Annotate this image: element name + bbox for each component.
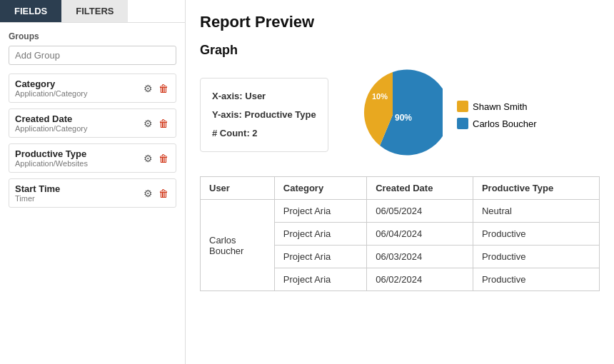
svg-text:10%: 10% (372, 92, 388, 101)
col-user: User (201, 177, 275, 200)
trash-button-productive-type[interactable]: 🗑 (157, 151, 170, 166)
report-title: Report Preview (200, 13, 600, 31)
graph-info-box: X-axis: User Y-axis: Productive Type # C… (200, 78, 328, 152)
y-axis-row: Y-axis: Productive Type (212, 106, 316, 124)
count-value: 2 (252, 128, 257, 138)
graph-label: Graph (200, 43, 600, 58)
field-sub-category: Application/Category (15, 89, 142, 98)
category-cell: Project Aria (274, 246, 366, 268)
field-sub-productive-type: Application/Websites (15, 159, 142, 168)
field-item-start-time: Start Time Timer ⚙ 🗑 (9, 178, 176, 208)
gear-button-productive-type[interactable]: ⚙ (142, 151, 154, 166)
field-name-created-date: Created Date (15, 113, 142, 124)
legend-label-shawn: Shawn Smith (473, 101, 528, 112)
y-axis-label: Y-axis: (212, 109, 242, 120)
tab-fields[interactable]: FIELDS (0, 0, 61, 22)
date-cell: 06/02/2024 (367, 268, 473, 291)
category-cell: Project Aria (274, 223, 366, 246)
x-axis-value: User (245, 91, 266, 101)
add-group-input[interactable] (9, 46, 176, 65)
legend: Shawn Smith Carlos Boucher (457, 101, 537, 129)
category-cell: Project Aria (274, 200, 366, 223)
productive-type-cell: Neutral (473, 200, 599, 223)
date-cell: 06/03/2024 (367, 246, 473, 268)
date-cell: 06/04/2024 (367, 223, 473, 246)
count-label: # Count: (212, 128, 250, 138)
field-item-productive-type: Productive Type Application/Websites ⚙ 🗑 (9, 143, 176, 173)
gear-button-category[interactable]: ⚙ (142, 81, 154, 96)
table-row: Carlos BoucherProject Aria06/05/2024Neut… (201, 200, 600, 223)
trash-button-start-time[interactable]: 🗑 (157, 186, 170, 201)
col-category: Category (274, 177, 366, 200)
table-header-row: User Category Created Date Productive Ty… (201, 177, 600, 200)
left-panel: FIELDS FILTERS Groups Category Applicati… (0, 0, 186, 364)
x-axis-label: X-axis: (212, 91, 243, 101)
gear-button-created-date[interactable]: ⚙ (142, 116, 154, 131)
panel-content: Groups Category Application/Category ⚙ 🗑… (0, 23, 185, 364)
legend-item-shawn: Shawn Smith (457, 101, 537, 112)
field-name-category: Category (15, 79, 142, 89)
y-axis-value: Productive Type (245, 109, 316, 120)
date-cell: 06/05/2024 (367, 200, 473, 223)
field-sub-created-date: Application/Category (15, 124, 142, 133)
productive-type-cell: Productive (473, 223, 599, 246)
category-cell: Project Aria (274, 268, 366, 291)
legend-color-carlos (457, 118, 468, 129)
groups-label: Groups (9, 31, 176, 41)
legend-color-shawn (457, 101, 468, 112)
productive-type-cell: Productive (473, 246, 599, 268)
legend-label-carlos: Carlos Boucher (473, 118, 537, 129)
productive-type-cell: Productive (473, 268, 599, 291)
field-name-productive-type: Productive Type (15, 148, 142, 159)
graph-section: Graph X-axis: User Y-axis: Productive Ty… (200, 43, 600, 165)
svg-text:90%: 90% (395, 113, 412, 123)
user-cell: Carlos Boucher (201, 200, 275, 291)
count-row: # Count: 2 (212, 124, 316, 143)
tab-filters[interactable]: FILTERS (61, 0, 128, 22)
field-item-created-date: Created Date Application/Category ⚙ 🗑 (9, 108, 176, 138)
trash-button-created-date[interactable]: 🗑 (157, 116, 170, 131)
tab-bar: FIELDS FILTERS (0, 0, 185, 23)
data-table: User Category Created Date Productive Ty… (200, 176, 600, 291)
trash-button-category[interactable]: 🗑 (157, 81, 170, 96)
right-panel: Report Preview Graph X-axis: User Y-axis… (186, 0, 614, 364)
field-name-start-time: Start Time (15, 183, 142, 194)
col-created-date: Created Date (367, 177, 473, 200)
field-item-category: Category Application/Category ⚙ 🗑 (9, 74, 176, 103)
x-axis-row: X-axis: User (212, 87, 316, 106)
col-productive-type: Productive Type (473, 177, 599, 200)
legend-item-carlos: Carlos Boucher (457, 118, 537, 129)
gear-button-start-time[interactable]: ⚙ (142, 186, 154, 201)
graph-area: X-axis: User Y-axis: Productive Type # C… (200, 65, 600, 165)
pie-chart: 90% 10% (343, 65, 443, 165)
field-sub-start-time: Timer (15, 194, 142, 203)
